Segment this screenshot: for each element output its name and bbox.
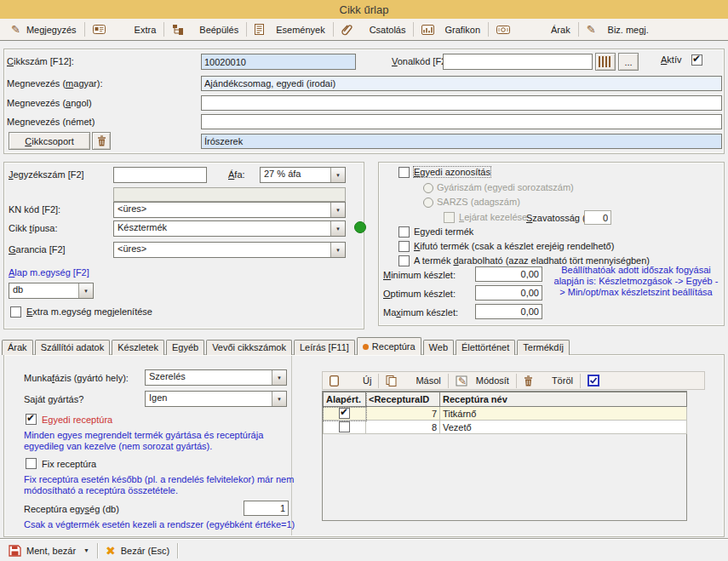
cikk-tipusa-value: Késztermék [114,221,330,236]
szavatossag-input[interactable] [584,210,611,225]
tab-keszletek[interactable]: Készletek [112,340,164,355]
chevron-down-icon[interactable]: ▼ [330,168,345,182]
receptura-egyseg-input[interactable] [244,501,289,516]
garancia-label: Garancia [F2] [9,244,66,255]
alap-megyseg-select[interactable]: db ▼ [9,283,94,299]
gyariszam-radio[interactable] [423,183,433,193]
alap-megyseg-link[interactable]: Alap m.egység [F2] [9,267,89,278]
jegyzekszam-name-field [113,187,346,202]
optimum-input[interactable] [475,285,542,301]
alapert-checkbox[interactable] [339,408,350,419]
toolbar-label: Megjegyzés [26,25,77,35]
cikkcsoport-value-field[interactable] [201,134,722,149]
tab-vevoi-cikkszamok[interactable]: Vevői cikkszámok [206,340,292,355]
vonalkod-input[interactable] [443,54,593,70]
cell-alapert[interactable] [324,421,366,434]
toolbar-button-grafikon[interactable]: Grafikon [414,20,488,39]
toolbar-button-arak[interactable]: Árak [489,20,578,39]
table-row[interactable]: 7 Titkárnő [324,407,687,421]
toolbar-button-esemenyek[interactable]: Események [247,20,332,39]
grid-new-button[interactable]: Új [323,372,378,389]
close-button[interactable]: ✖ Bezár (Esc) [100,541,175,560]
toolbar-button-megjegyzes[interactable]: ✎ Megjegyzés [3,20,84,39]
toolbar-button-csatolas[interactable]: Csatolás [334,20,414,39]
alapert-checkbox[interactable] [339,421,350,432]
sajat-gyartas-select[interactable]: Igen ▼ [145,391,287,407]
cell-receptura-id[interactable]: 7 [366,407,440,421]
cell-receptura-nev[interactable]: Titkárnő [440,407,687,421]
munkafazis-select[interactable]: Szerelés ▼ [145,369,287,386]
extra-megyseg-checkbox[interactable] [10,306,21,318]
grid-edit-button[interactable]: ✎ Módosít [449,372,516,389]
cikkcsoport-button[interactable]: Cikkcsoport [9,132,90,150]
fix-receptura-checkbox[interactable] [26,458,37,469]
keszlet-hint: Beállíthatóak adott időszak fogyásai ala… [552,265,720,298]
grid-delete-button[interactable]: Töröl [517,372,580,389]
toolbar-button-beepules[interactable]: Beépülés [164,20,246,39]
col-header-alapert[interactable]: Alapért. [324,392,366,407]
garancia-value: <üres> [114,243,330,257]
megnevezes-magyar-input[interactable] [201,76,722,91]
garancia-select[interactable]: <üres> ▼ [113,242,346,258]
cell-receptura-nev[interactable]: Vezető [440,421,687,434]
tab-label: Web [429,341,448,355]
tab-receptura[interactable]: Receptúra [357,337,421,355]
toolbar-button-extra[interactable]: Extra [85,20,164,39]
cell-receptura-id[interactable]: 8 [366,421,440,434]
megnevezes-angol-label: Megnevezés (angol) [7,98,92,108]
cell-alapert[interactable] [324,407,366,421]
tab-leiras[interactable]: Leírás [F11] [294,340,355,355]
barcode-icon [599,56,612,67]
tab-web[interactable]: Web [423,340,454,355]
tab-label: Egyéb [172,341,198,355]
barcode-button[interactable] [595,53,616,71]
megnevezes-angol-input[interactable] [201,95,722,111]
minimum-input[interactable] [475,266,542,282]
tab-elettortenet[interactable]: Élettörténet [456,340,515,355]
col-header-receptura-nev[interactable]: Receptúra név [440,392,687,407]
lejarat-checkbox[interactable] [444,212,455,223]
afa-select[interactable]: 27 % áfa ▼ [260,167,346,183]
chevron-down-icon[interactable]: ▼ [330,203,345,217]
cikk-tipusa-select[interactable]: Késztermék ▼ [113,220,346,237]
tab-arak[interactable]: Árak [2,340,33,355]
chevron-down-icon[interactable]: ▼ [272,392,286,406]
col-header-receptura-id[interactable]: <RecepturaID [366,392,440,407]
chevron-down-icon[interactable]: ▼ [272,370,286,385]
jegyzekszam-input[interactable] [113,167,207,183]
close-icon: ✖ [106,545,116,557]
save-close-button[interactable]: Ment, bezár ▼ [3,541,95,560]
egyedi-termek-checkbox[interactable] [398,226,410,238]
egyedi-azonositas-checkbox[interactable] [398,167,410,178]
grid-checkall-button[interactable] [581,372,606,389]
tab-egyeb[interactable]: Egyéb [166,340,204,355]
maximum-input[interactable] [475,304,542,319]
chevron-down-icon[interactable]: ▼ [330,221,345,236]
munkafazis-value: Szerelés [146,370,272,385]
chevron-down-icon[interactable]: ▼ [330,243,345,257]
megnevezes-nemet-input[interactable] [201,114,722,129]
panel-divider [291,356,292,535]
kifuto-checkbox[interactable] [398,241,410,252]
kn-kod-label: KN kód [F2]: [9,204,60,215]
sarzs-radio[interactable] [423,197,433,208]
cikkszam-input[interactable] [201,54,356,70]
tab-label: Vevői cikkszámok [212,341,286,355]
cikkcsoport-clear-button[interactable] [92,132,111,150]
grid-copy-button[interactable]: Másol [379,372,447,389]
more-button[interactable]: ... [618,53,639,71]
toolbar-label: Beépülés [199,25,238,35]
card-icon [93,25,106,34]
toolbar-button-biz-megj[interactable]: ✎ Biz. megj. [579,20,656,39]
aktiv-checkbox[interactable] [691,54,702,66]
table-row[interactable]: 8 Vezető [324,421,687,434]
vonalkod-label: Vonalkód [F2] [392,56,449,66]
darabolhato-checkbox[interactable] [398,255,410,266]
tab-termekdij[interactable]: Termékdíj [517,340,570,355]
kn-kod-select[interactable]: <üres> ▼ [113,202,346,218]
tab-szallitoi-adatok[interactable]: Szállítói adatok [35,340,111,355]
chevron-down-icon[interactable]: ▼ [78,283,93,298]
pencil-icon: ✎ [11,24,20,35]
tab-label: Receptúra [372,340,416,354]
egyedi-receptura-checkbox[interactable] [26,414,37,425]
